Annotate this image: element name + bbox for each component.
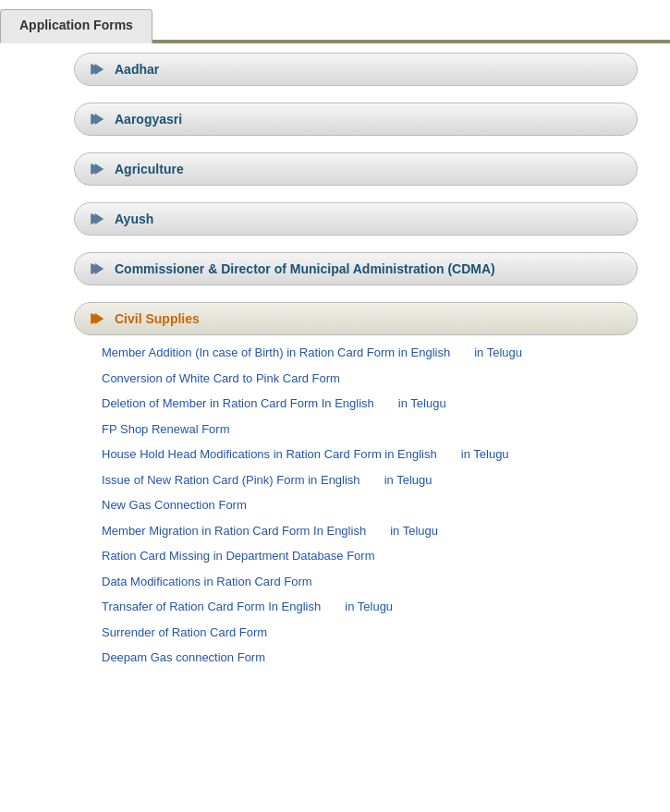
sub-link-civil-supplies-12[interactable]: Deepam Gas connection Form [102,650,265,664]
secondary-link-civil-supplies-4[interactable]: in Telugu [461,447,509,461]
list-item: FP Shop Renewal Form [102,417,656,442]
list-item: Deepam Gas connection Form [102,645,656,671]
link-separator-4 [437,447,454,461]
section-header-aarogyasri[interactable]: Aarogyasri [74,103,638,136]
sub-link-civil-supplies-4[interactable]: House Hold Head Modifications in Ration … [102,447,437,461]
sub-link-civil-supplies-6[interactable]: New Gas Connection Form [102,498,247,512]
section-header-ayush[interactable]: Ayush [74,202,638,236]
sub-link-civil-supplies-1[interactable]: Conversion of White Card to Pink Card Fo… [102,371,340,385]
section-label-ayush: Ayush [115,212,153,226]
svg-marker-1 [95,65,103,75]
list-item: Deletion of Member in Ration Card Form I… [102,391,656,417]
section-header-agriculture[interactable]: Agriculture [74,152,638,186]
section-header-cdma[interactable]: Commissioner & Director of Municipal Adm… [74,252,638,285]
tab-bar: Application Forms [0,0,670,43]
link-separator-10 [321,600,337,613]
application-forms-tab[interactable]: Application Forms [0,9,152,43]
secondary-link-civil-supplies-5[interactable]: in Telugu [384,473,432,487]
sub-link-civil-supplies-7[interactable]: Member Migration in Ration Card Form In … [102,524,366,538]
page-container: Application Forms Aadhar Aarogyasri Agri… [0,0,670,812]
list-item: House Hold Head Modifications in Ration … [102,442,656,467]
link-separator-2 [374,396,391,410]
list-item: Surrender of Ration Card Form [102,620,656,646]
arrow-icon-ayush [89,211,105,227]
section-label-agriculture: Agriculture [115,162,184,176]
svg-marker-9 [95,264,103,274]
sub-items-civil-supplies: Member Addition (In case of Birth) in Ra… [74,335,656,671]
sub-link-civil-supplies-8[interactable]: Ration Card Missing in Department Databa… [102,549,375,563]
secondary-link-civil-supplies-7[interactable]: in Telugu [390,524,438,538]
link-separator-7 [366,524,383,538]
section-item-aadhar: Aadhar [74,53,656,86]
secondary-link-civil-supplies-2[interactable]: in Telugu [398,396,446,410]
svg-marker-5 [95,164,103,175]
arrow-icon-civil-supplies [89,310,105,327]
svg-marker-11 [95,314,103,324]
arrow-icon-aarogyasri [89,111,105,127]
list-item: Conversion of White Card to Pink Card Fo… [102,366,656,392]
section-item-civil-supplies: Civil SuppliesMember Addition (In case o… [74,302,656,671]
link-separator-0 [450,345,467,359]
sub-link-civil-supplies-5[interactable]: Issue of New Ration Card (Pink) Form in … [102,473,360,487]
section-label-civil-supplies: Civil Supplies [115,311,200,326]
list-item: Member Migration in Ration Card Form In … [102,518,656,544]
main-content: Aadhar Aarogyasri Agriculture Ayush Comm… [0,43,670,706]
list-item: Ration Card Missing in Department Databa… [102,543,656,569]
section-item-aarogyasri: Aarogyasri [74,103,656,136]
sub-link-civil-supplies-0[interactable]: Member Addition (In case of Birth) in Ra… [102,345,450,359]
arrow-icon-aadhar [89,61,105,78]
sub-link-civil-supplies-2[interactable]: Deletion of Member in Ration Card Form I… [102,396,374,410]
list-item: New Gas Connection Form [102,492,656,518]
sections-container: Aadhar Aarogyasri Agriculture Ayush Comm… [74,53,656,671]
arrow-icon-agriculture [89,161,105,177]
secondary-link-civil-supplies-0[interactable]: in Telugu [474,345,522,359]
list-item: Data Modifications in Ration Card Form [102,569,656,595]
secondary-link-civil-supplies-10[interactable]: in Telugu [345,600,393,613]
sub-link-civil-supplies-9[interactable]: Data Modifications in Ration Card Form [102,575,312,588]
section-label-cdma: Commissioner & Director of Municipal Adm… [115,261,495,276]
section-header-civil-supplies[interactable]: Civil Supplies [74,302,638,335]
list-item: Transafer of Ration Card Form In English… [102,594,656,620]
svg-marker-3 [95,115,103,125]
tab-line [152,40,670,42]
section-item-ayush: Ayush [74,202,656,236]
list-item: Member Addition (In case of Birth) in Ra… [102,340,656,366]
sub-link-civil-supplies-11[interactable]: Surrender of Ration Card Form [102,625,267,639]
section-label-aadhar: Aadhar [115,62,159,77]
sub-link-civil-supplies-10[interactable]: Transafer of Ration Card Form In English [102,600,321,613]
link-separator-5 [360,473,377,487]
section-item-agriculture: Agriculture [74,152,656,186]
section-label-aarogyasri: Aarogyasri [115,112,182,127]
arrow-icon-cdma [89,261,105,277]
list-item: Issue of New Ration Card (Pink) Form in … [102,467,656,493]
sub-link-civil-supplies-3[interactable]: FP Shop Renewal Form [102,422,230,436]
section-header-aadhar[interactable]: Aadhar [74,53,638,86]
section-item-cdma: Commissioner & Director of Municipal Adm… [74,252,656,285]
svg-marker-7 [95,214,103,224]
